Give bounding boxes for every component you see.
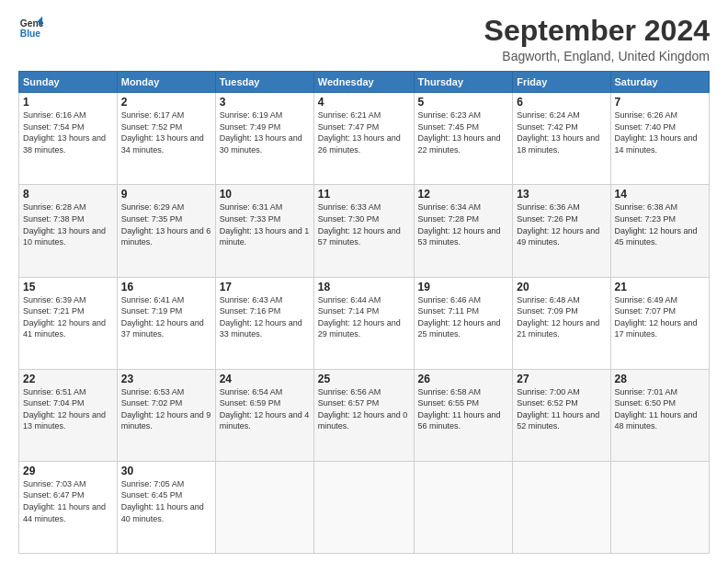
- day-info: Sunrise: 7:00 AM Sunset: 6:52 PM Dayligh…: [517, 386, 606, 432]
- header-monday: Monday: [117, 72, 215, 93]
- day-number: 25: [318, 373, 410, 385]
- day-info: Sunrise: 6:24 AM Sunset: 7:42 PM Dayligh…: [517, 109, 606, 155]
- day-number: 10: [220, 188, 310, 201]
- calendar-cell: 14 Sunrise: 6:38 AM Sunset: 7:23 PM Dayl…: [610, 185, 709, 277]
- calendar-cell: 29 Sunrise: 7:03 AM Sunset: 6:47 PM Dayl…: [19, 461, 118, 553]
- day-number: 27: [517, 373, 606, 385]
- day-number: 24: [220, 373, 310, 385]
- calendar-cell: 11 Sunrise: 6:33 AM Sunset: 7:30 PM Dayl…: [313, 185, 414, 277]
- day-info: Sunrise: 7:03 AM Sunset: 6:47 PM Dayligh…: [23, 478, 113, 524]
- day-number: 9: [121, 188, 211, 201]
- calendar-cell: 27 Sunrise: 7:00 AM Sunset: 6:52 PM Dayl…: [513, 369, 610, 461]
- title-block: September 2024 Bagworth, England, United…: [484, 15, 710, 63]
- week-row-1: 1 Sunrise: 6:16 AM Sunset: 7:54 PM Dayli…: [19, 93, 710, 185]
- calendar-cell: 21 Sunrise: 6:49 AM Sunset: 7:07 PM Dayl…: [610, 277, 709, 369]
- month-title: September 2024: [484, 15, 710, 47]
- day-number: 26: [418, 373, 509, 385]
- calendar-cell: 10 Sunrise: 6:31 AM Sunset: 7:33 PM Dayl…: [215, 185, 313, 277]
- day-number: 5: [418, 96, 509, 109]
- calendar-cell: 25 Sunrise: 6:56 AM Sunset: 6:57 PM Dayl…: [313, 369, 414, 461]
- day-info: Sunrise: 6:53 AM Sunset: 7:02 PM Dayligh…: [121, 386, 211, 432]
- day-number: 13: [517, 188, 606, 201]
- calendar-cell: 23 Sunrise: 6:53 AM Sunset: 7:02 PM Dayl…: [117, 369, 215, 461]
- day-number: 28: [615, 373, 705, 385]
- day-number: 8: [23, 188, 113, 201]
- day-number: 15: [23, 281, 113, 293]
- calendar-header-row: Sunday Monday Tuesday Wednesday Thursday…: [19, 72, 710, 93]
- week-row-5: 29 Sunrise: 7:03 AM Sunset: 6:47 PM Dayl…: [19, 461, 710, 553]
- day-info: Sunrise: 6:21 AM Sunset: 7:47 PM Dayligh…: [318, 109, 410, 155]
- calendar-cell: 5 Sunrise: 6:23 AM Sunset: 7:45 PM Dayli…: [414, 93, 513, 185]
- calendar-cell: 19 Sunrise: 6:46 AM Sunset: 7:11 PM Dayl…: [414, 277, 513, 369]
- day-number: 11: [318, 188, 410, 201]
- calendar-cell: 13 Sunrise: 6:36 AM Sunset: 7:26 PM Dayl…: [513, 185, 610, 277]
- calendar-cell: [313, 461, 414, 553]
- calendar-cell: 12 Sunrise: 6:34 AM Sunset: 7:28 PM Dayl…: [414, 185, 513, 277]
- day-info: Sunrise: 6:36 AM Sunset: 7:26 PM Dayligh…: [517, 201, 606, 247]
- day-number: 6: [517, 96, 606, 109]
- day-number: 1: [23, 96, 113, 109]
- day-info: Sunrise: 6:26 AM Sunset: 7:40 PM Dayligh…: [615, 109, 705, 155]
- day-number: 18: [318, 281, 410, 293]
- day-number: 4: [318, 96, 410, 109]
- day-number: 21: [615, 281, 705, 293]
- calendar-cell: 17 Sunrise: 6:43 AM Sunset: 7:16 PM Dayl…: [215, 277, 313, 369]
- day-info: Sunrise: 6:48 AM Sunset: 7:09 PM Dayligh…: [517, 294, 606, 340]
- calendar-cell: [215, 461, 313, 553]
- calendar-cell: 7 Sunrise: 6:26 AM Sunset: 7:40 PM Dayli…: [610, 93, 709, 185]
- day-info: Sunrise: 6:29 AM Sunset: 7:35 PM Dayligh…: [121, 201, 211, 247]
- calendar-cell: 15 Sunrise: 6:39 AM Sunset: 7:21 PM Dayl…: [19, 277, 118, 369]
- calendar-cell: 16 Sunrise: 6:41 AM Sunset: 7:19 PM Dayl…: [117, 277, 215, 369]
- calendar-cell: [513, 461, 610, 553]
- calendar-table: Sunday Monday Tuesday Wednesday Thursday…: [18, 71, 710, 554]
- calendar-cell: 18 Sunrise: 6:44 AM Sunset: 7:14 PM Dayl…: [313, 277, 414, 369]
- day-info: Sunrise: 6:46 AM Sunset: 7:11 PM Dayligh…: [418, 294, 509, 340]
- calendar-cell: 20 Sunrise: 6:48 AM Sunset: 7:09 PM Dayl…: [513, 277, 610, 369]
- calendar-cell: 6 Sunrise: 6:24 AM Sunset: 7:42 PM Dayli…: [513, 93, 610, 185]
- day-info: Sunrise: 6:43 AM Sunset: 7:16 PM Dayligh…: [220, 294, 310, 340]
- day-number: 12: [418, 188, 509, 201]
- day-info: Sunrise: 7:05 AM Sunset: 6:45 PM Dayligh…: [121, 478, 211, 524]
- week-row-4: 22 Sunrise: 6:51 AM Sunset: 7:04 PM Dayl…: [19, 369, 710, 461]
- page: General Blue September 2024 Bagworth, En…: [0, 0, 728, 563]
- week-row-2: 8 Sunrise: 6:28 AM Sunset: 7:38 PM Dayli…: [19, 185, 710, 277]
- calendar-cell: [414, 461, 513, 553]
- calendar-cell: 3 Sunrise: 6:19 AM Sunset: 7:49 PM Dayli…: [215, 93, 313, 185]
- week-row-3: 15 Sunrise: 6:39 AM Sunset: 7:21 PM Dayl…: [19, 277, 710, 369]
- calendar-cell: 4 Sunrise: 6:21 AM Sunset: 7:47 PM Dayli…: [313, 93, 414, 185]
- header-sunday: Sunday: [19, 72, 118, 93]
- day-number: 30: [121, 465, 211, 477]
- day-info: Sunrise: 6:49 AM Sunset: 7:07 PM Dayligh…: [615, 294, 705, 340]
- day-info: Sunrise: 7:01 AM Sunset: 6:50 PM Dayligh…: [615, 386, 705, 432]
- day-number: 14: [615, 188, 705, 201]
- day-info: Sunrise: 6:34 AM Sunset: 7:28 PM Dayligh…: [418, 201, 509, 247]
- day-info: Sunrise: 6:44 AM Sunset: 7:14 PM Dayligh…: [318, 294, 410, 340]
- calendar-cell: 26 Sunrise: 6:58 AM Sunset: 6:55 PM Dayl…: [414, 369, 513, 461]
- day-info: Sunrise: 6:38 AM Sunset: 7:23 PM Dayligh…: [615, 201, 705, 247]
- day-info: Sunrise: 6:58 AM Sunset: 6:55 PM Dayligh…: [418, 386, 509, 432]
- day-number: 23: [121, 373, 211, 385]
- day-number: 2: [121, 96, 211, 109]
- day-info: Sunrise: 6:51 AM Sunset: 7:04 PM Dayligh…: [23, 386, 113, 432]
- calendar-cell: 9 Sunrise: 6:29 AM Sunset: 7:35 PM Dayli…: [117, 185, 215, 277]
- day-info: Sunrise: 6:56 AM Sunset: 6:57 PM Dayligh…: [318, 386, 410, 432]
- calendar-cell: 28 Sunrise: 7:01 AM Sunset: 6:50 PM Dayl…: [610, 369, 709, 461]
- day-info: Sunrise: 6:41 AM Sunset: 7:19 PM Dayligh…: [121, 294, 211, 340]
- day-info: Sunrise: 6:54 AM Sunset: 6:59 PM Dayligh…: [220, 386, 310, 432]
- logo-icon: General Blue: [18, 15, 44, 40]
- header-friday: Friday: [513, 72, 610, 93]
- calendar-cell: [610, 461, 709, 553]
- calendar-cell: 8 Sunrise: 6:28 AM Sunset: 7:38 PM Dayli…: [19, 185, 118, 277]
- calendar-cell: 1 Sunrise: 6:16 AM Sunset: 7:54 PM Dayli…: [19, 93, 118, 185]
- location: Bagworth, England, United Kingdom: [484, 49, 710, 63]
- day-info: Sunrise: 6:33 AM Sunset: 7:30 PM Dayligh…: [318, 201, 410, 247]
- day-info: Sunrise: 6:16 AM Sunset: 7:54 PM Dayligh…: [23, 109, 113, 155]
- header: General Blue September 2024 Bagworth, En…: [18, 15, 710, 63]
- calendar-cell: 24 Sunrise: 6:54 AM Sunset: 6:59 PM Dayl…: [215, 369, 313, 461]
- logo: General Blue: [18, 15, 44, 40]
- day-info: Sunrise: 6:31 AM Sunset: 7:33 PM Dayligh…: [220, 201, 310, 247]
- day-info: Sunrise: 6:28 AM Sunset: 7:38 PM Dayligh…: [23, 201, 113, 247]
- day-number: 16: [121, 281, 211, 293]
- svg-text:Blue: Blue: [20, 29, 41, 39]
- calendar-cell: 30 Sunrise: 7:05 AM Sunset: 6:45 PM Dayl…: [117, 461, 215, 553]
